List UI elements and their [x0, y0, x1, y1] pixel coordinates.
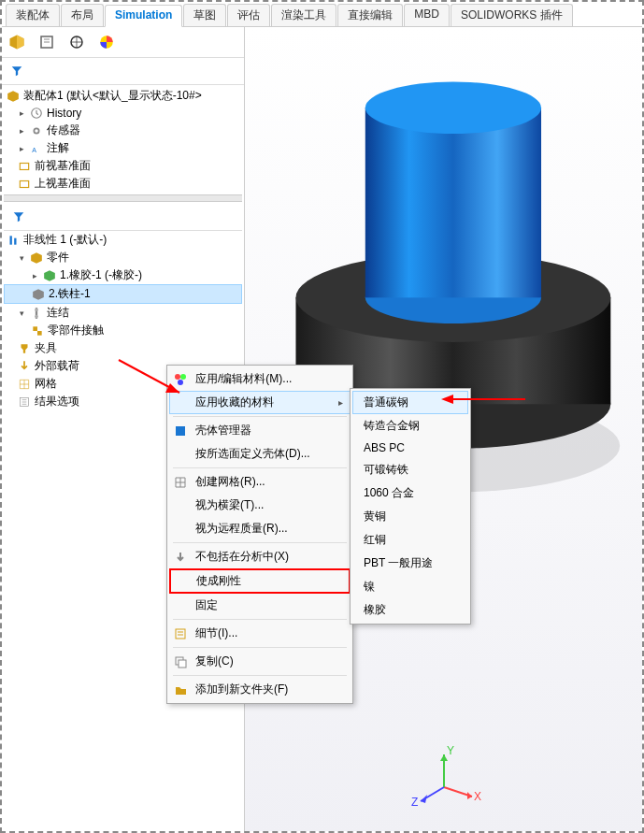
menu-separator [173, 467, 347, 468]
filter-icon[interactable] [6, 60, 28, 82]
feature-tree-tab-icon[interactable] [6, 31, 28, 53]
mesh-icon [17, 377, 32, 392]
expand-icon[interactable]: ▾ [17, 252, 27, 263]
menu-item-label: 添加到新文件夹(F) [195, 682, 288, 697]
material-ductile-iron[interactable]: 可锻铸铁 [352, 458, 468, 481]
menu-shell-manager[interactable]: 壳体管理器 [169, 419, 351, 442]
material-nickel[interactable]: 镍 [352, 575, 468, 598]
svg-rect-43 [176, 426, 185, 436]
copy-icon [173, 654, 188, 669]
menu-item-label: 视为横梁(T)... [195, 497, 264, 513]
tree-loads-label: 外部载荷 [35, 358, 79, 374]
menu-item-label: 可锻铸铁 [364, 462, 408, 478]
menu-item-label: 橡胶 [364, 602, 386, 618]
menu-add-to-folder[interactable]: 添加到新文件夹(F) [169, 678, 351, 701]
menu-item-label: 1060 合金 [364, 485, 414, 501]
tree-part-2[interactable]: 2.铁柱-1 [4, 284, 242, 304]
menu-make-rigid[interactable]: 使成刚性 [169, 568, 351, 594]
svg-point-30 [365, 82, 541, 134]
menu-item-label: 壳体管理器 [195, 423, 251, 438]
menu-item-label: 细节(I)... [195, 625, 237, 641]
history-icon [29, 106, 44, 121]
expand-icon[interactable]: ▾ [17, 308, 27, 318]
tree-root-assembly[interactable]: 装配体1 (默认<默认_显示状态-10#> [4, 87, 242, 105]
mesh-icon [173, 475, 188, 490]
material-copper[interactable]: 红铜 [352, 528, 468, 552]
menu-apply-favorite-material[interactable]: 应用收藏的材料 ▸ 普通碳钢 铸造合金钢 ABS PC 可锻铸铁 1060 合金… [169, 391, 351, 414]
tree-fixtures[interactable]: 夹具 [4, 339, 242, 357]
tree-top-plane[interactable]: 上视基准面 [4, 175, 242, 193]
assembly-icon [6, 89, 21, 104]
tree-annotations-label: 注解 [47, 140, 69, 156]
material-1060-alloy[interactable]: 1060 合金 [352, 481, 468, 505]
expand-icon[interactable]: ▸ [30, 270, 40, 280]
svg-rect-13 [10, 236, 12, 244]
svg-text:Z: Z [411, 796, 418, 809]
tree-parts[interactable]: ▾ 零件 [4, 249, 242, 266]
tab-evaluate[interactable]: 评估 [227, 4, 270, 26]
tree-connections[interactable]: ▾ 连结 [4, 304, 242, 322]
tab-layout[interactable]: 布局 [61, 4, 104, 26]
tree-root-label: 装配体1 (默认<默认_显示状态-10#> [23, 88, 202, 104]
tree-sensors-label: 传感器 [47, 122, 80, 138]
tab-simulation[interactable]: Simulation [105, 5, 182, 27]
config-tab-icon[interactable] [65, 31, 88, 53]
svg-text:Y: Y [447, 744, 454, 757]
material-brass[interactable]: 黄铜 [352, 505, 468, 528]
material-plain-carbon-steel[interactable]: 普通碳钢 [352, 391, 468, 414]
material-icon [173, 372, 188, 387]
tree-history-label: History [47, 107, 81, 120]
property-tab-icon[interactable] [36, 31, 58, 53]
tree-component-contact[interactable]: 零部件接触 [4, 322, 242, 339]
submenu-arrow-icon: ▸ [338, 397, 343, 408]
svg-point-41 [180, 374, 186, 380]
tab-direct-edit[interactable]: 直接编辑 [337, 4, 403, 26]
tab-plugins[interactable]: SOLIDWORKS 插件 [451, 4, 573, 26]
expand-icon[interactable]: ▸ [17, 143, 27, 153]
svg-point-40 [175, 374, 180, 380]
axis-gizmo[interactable]: X Y Z [407, 740, 481, 815]
tab-sketch[interactable]: 草图 [183, 4, 226, 26]
tree-sensors[interactable]: ▸ 传感器 [4, 122, 242, 139]
menu-apply-edit-material[interactable]: 应用/编辑材料(M)... [169, 367, 351, 391]
menu-create-mesh[interactable]: 创建网格(R)... [169, 470, 351, 494]
menu-copy[interactable]: 复制(C) [169, 650, 351, 673]
tree-part-1[interactable]: ▸ 1.橡胶-1 (-橡胶-) [4, 266, 242, 284]
tree-divider[interactable] [4, 194, 242, 202]
filter-icon[interactable] [7, 206, 30, 228]
tab-mbd[interactable]: MBD [404, 4, 450, 26]
expand-icon[interactable]: ▸ [17, 108, 27, 119]
menu-item-label: 使成刚性 [196, 573, 241, 589]
menu-item-label: 按所选面定义壳体(D)... [195, 446, 310, 462]
menu-separator [173, 542, 347, 543]
tree-front-plane[interactable]: 前视基准面 [4, 157, 242, 175]
menu-define-shell[interactable]: 按所选面定义壳体(D)... [169, 442, 351, 466]
menu-treat-as-remote-mass[interactable]: 视为远程质量(R)... [169, 517, 351, 540]
tree-fixtures-label: 夹具 [35, 340, 57, 356]
study-filter-bar [4, 204, 242, 231]
appearance-tab-icon[interactable] [95, 31, 118, 53]
menu-item-label: 创建网格(R)... [195, 474, 265, 490]
menu-fixed[interactable]: 固定 [169, 594, 351, 617]
menu-treat-as-beam[interactable]: 视为横梁(T)... [169, 494, 351, 517]
menu-separator [173, 619, 347, 620]
menu-exclude-from-analysis[interactable]: 不包括在分析中(X) [169, 545, 351, 568]
tab-assembly[interactable]: 装配体 [6, 4, 60, 26]
expand-icon[interactable]: ▸ [17, 125, 27, 136]
menu-details[interactable]: 细节(I)... [169, 622, 351, 645]
connection-icon [29, 306, 44, 321]
menu-item-label: ABS PC [364, 441, 405, 454]
menu-item-label: 不包括在分析中(X) [195, 549, 289, 565]
material-abs-pc[interactable]: ABS PC [352, 438, 468, 458]
tree-results-label: 结果选项 [35, 394, 79, 409]
tab-render[interactable]: 渲染工具 [271, 4, 336, 26]
context-menu: 应用/编辑材料(M)... 应用收藏的材料 ▸ 普通碳钢 铸造合金钢 ABS P… [166, 365, 353, 704]
material-cast-alloy-steel[interactable]: 铸造合金钢 [352, 414, 468, 438]
material-rubber[interactable]: 橡胶 [352, 598, 468, 622]
tree-annotations[interactable]: ▸ A 注解 [4, 139, 242, 157]
tree-study-root[interactable]: 非线性 1 (-默认-) [4, 231, 242, 249]
svg-rect-11 [20, 163, 28, 169]
tree-history[interactable]: ▸ History [4, 105, 242, 122]
part-icon [42, 268, 57, 283]
material-pbt[interactable]: PBT 一般用途 [352, 552, 468, 575]
